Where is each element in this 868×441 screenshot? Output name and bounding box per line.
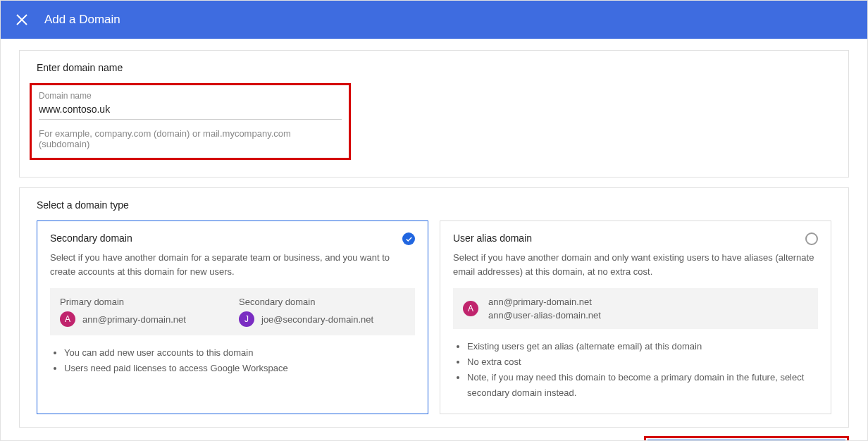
domain-input[interactable]: www.contoso.uk: [39, 104, 342, 120]
dialog-header: Add a Domain: [1, 1, 867, 39]
alias-email-1: ann@primary-domain.net: [488, 297, 601, 307]
user-alias-domain-option[interactable]: User alias domain Select if you have ano…: [440, 220, 831, 414]
domain-field-label: Domain name: [39, 91, 342, 101]
list-item: You can add new user accounts to this do…: [64, 345, 415, 361]
dialog-footer: CANCEL ADD DOMAIN & START VERIFICATION: [1, 428, 867, 441]
dialog-title: Add a Domain: [44, 13, 120, 27]
radio-checked-icon: [402, 232, 415, 245]
secondary-example: Primary domain A ann@primary-domain.net …: [50, 288, 415, 335]
secondary-email: joe@secondary-domain.net: [261, 314, 373, 325]
alias-bullets: Existing users get an alias (alternate e…: [453, 339, 818, 401]
list-item: Note, if you may need this domain to bec…: [467, 370, 818, 401]
secondary-domain-option[interactable]: Secondary domain Select if you have anot…: [37, 220, 428, 414]
secondary-domain-desc: Select if you have another domain for a …: [50, 251, 415, 278]
secondary-domain-label: Secondary domain: [239, 297, 405, 307]
secondary-domain-title: Secondary domain: [50, 232, 415, 244]
alias-domain-title: User alias domain: [453, 232, 818, 244]
avatar: J: [239, 311, 254, 327]
domain-hint: For example, company.com (domain) or mai…: [39, 128, 342, 149]
alias-email-2: ann@user-alias-domain.net: [488, 310, 601, 321]
domain-input-highlight: Domain name www.contoso.uk For example, …: [30, 83, 351, 160]
enter-domain-section: Enter domain name Domain name www.contos…: [19, 50, 849, 178]
secondary-bullets: You can add new user accounts to this do…: [50, 345, 415, 376]
select-type-label: Select a domain type: [37, 199, 831, 211]
alias-example: A ann@primary-domain.net ann@user-alias-…: [453, 288, 818, 329]
list-item: Users need paid licenses to access Googl…: [64, 361, 415, 376]
avatar: A: [463, 301, 478, 316]
primary-email: ann@primary-domain.net: [82, 314, 186, 325]
submit-button-highlight: ADD DOMAIN & START VERIFICATION: [644, 436, 849, 441]
radio-empty-icon: [805, 232, 818, 245]
primary-domain-label: Primary domain: [60, 297, 226, 307]
enter-domain-label: Enter domain name: [37, 62, 831, 73]
select-domain-type-section: Select a domain type Secondary domain Se…: [19, 187, 849, 428]
close-icon[interactable]: [15, 13, 29, 27]
avatar: A: [60, 311, 75, 327]
list-item: No extra cost: [467, 354, 818, 370]
list-item: Existing users get an alias (alternate e…: [467, 339, 818, 354]
alias-domain-desc: Select if you have another domain and on…: [453, 251, 818, 278]
